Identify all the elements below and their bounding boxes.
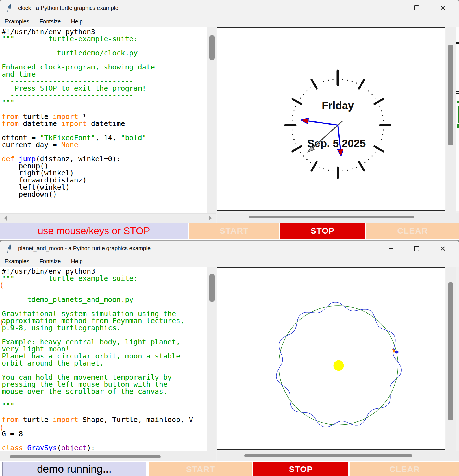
scroll-left-arrow-icon[interactable] <box>4 216 7 221</box>
minimize-button[interactable] <box>385 2 398 14</box>
clear-button[interactable]: CLEAR <box>350 462 459 476</box>
scrollbar-thumb[interactable] <box>244 454 412 457</box>
menu-help[interactable]: Help <box>71 258 82 265</box>
status-message: demo running... <box>2 462 146 476</box>
minimize-icon <box>389 248 393 249</box>
start-button[interactable]: START <box>149 462 252 476</box>
code-horizontal-scrollbar[interactable] <box>0 451 216 461</box>
minimize-icon <box>389 8 393 8</box>
titlebar[interactable]: planet_and_moon - a Python turtle graphi… <box>0 241 459 256</box>
close-button[interactable] <box>436 243 449 254</box>
orbit-drawing <box>217 268 445 449</box>
clock-drawing: FridaySep. 5 2025 <box>217 28 445 210</box>
svg-text:Sep. 5 2025: Sep. 5 2025 <box>307 138 366 149</box>
turtle-canvas-clock[interactable]: FridaySep. 5 2025 <box>217 27 445 211</box>
scrollbar-thumb[interactable] <box>448 45 453 145</box>
scrollbar-thumb[interactable] <box>448 282 453 420</box>
maximize-button[interactable] <box>410 243 423 254</box>
scrollbar-thumb[interactable] <box>209 35 215 60</box>
canvas-horizontal-scrollbar[interactable] <box>217 451 459 461</box>
window-clock: clock - a Python turtle graphics example… <box>0 0 459 240</box>
menu-examples[interactable]: Examples <box>5 18 29 25</box>
canvas-vertical-scrollbar[interactable] <box>446 267 456 451</box>
menu-fontsize[interactable]: Fontsize <box>40 258 61 265</box>
canvas-horizontal-scrollbar[interactable] <box>217 213 459 223</box>
start-button[interactable]: START <box>189 223 279 239</box>
canvas-vertical-scrollbar[interactable] <box>446 27 456 213</box>
stray-paren: ( <box>0 282 4 289</box>
scrollbar-thumb[interactable] <box>249 216 414 218</box>
window-title: clock - a Python turtle graphics example <box>18 0 118 16</box>
stop-button[interactable]: STOP <box>280 223 365 239</box>
titlebar[interactable]: clock - a Python turtle graphics example <box>0 0 459 16</box>
content-area: #!/usr/bin/env python3""" turtle-example… <box>0 267 459 451</box>
code-vertical-scrollbar[interactable] <box>207 267 216 451</box>
close-icon <box>440 246 445 251</box>
stop-button[interactable]: STOP <box>253 462 348 476</box>
svg-text:Friday: Friday <box>322 100 354 112</box>
clear-button[interactable]: CLEAR <box>366 223 459 239</box>
maximize-icon <box>414 246 419 251</box>
menu-help[interactable]: Help <box>71 18 82 25</box>
horizontal-scroll-row <box>0 451 459 461</box>
menubar: Examples Fontsize Help <box>0 16 459 27</box>
background-window-sliver <box>456 27 459 211</box>
horizontal-scroll-row <box>0 213 459 223</box>
bottom-bar: demo running... START STOP CLEAR <box>0 461 459 476</box>
code-horizontal-scrollbar[interactable] <box>0 213 216 223</box>
content-area: #!/usr/bin/env python3""" turtle-example… <box>0 27 459 213</box>
code-vertical-scrollbar[interactable] <box>207 27 216 213</box>
code-editor-planet[interactable]: #!/usr/bin/env python3""" turtle-example… <box>0 267 207 451</box>
menu-examples[interactable]: Examples <box>5 258 29 265</box>
maximize-icon <box>414 5 419 10</box>
python-feather-icon <box>6 4 14 13</box>
minimize-button[interactable] <box>385 243 398 254</box>
python-feather-icon <box>6 244 14 253</box>
scroll-right-arrow-icon[interactable] <box>209 216 212 221</box>
menu-fontsize[interactable]: Fontsize <box>40 18 61 25</box>
window-planet-and-moon: planet_and_moon - a Python turtle graphi… <box>0 241 459 476</box>
stray-paren: ( <box>0 424 4 431</box>
close-button[interactable] <box>436 2 449 14</box>
scrollbar-thumb[interactable] <box>209 274 215 302</box>
bottom-bar: use mouse/keys or STOP START STOP CLEAR <box>0 223 459 240</box>
desktop: clock - a Python turtle graphics example… <box>0 0 459 476</box>
status-message: use mouse/keys or STOP <box>0 223 188 239</box>
code-editor-clock[interactable]: #!/usr/bin/env python3""" turtle-example… <box>0 27 207 213</box>
maximize-button[interactable] <box>410 2 423 14</box>
window-title: planet_and_moon - a Python turtle graphi… <box>18 241 151 256</box>
menubar: Examples Fontsize Help <box>0 256 459 267</box>
stray-paren: ( <box>0 319 4 326</box>
turtle-canvas-planet[interactable] <box>217 267 445 450</box>
scrollbar-thumb[interactable] <box>10 455 161 458</box>
close-icon <box>440 5 445 10</box>
